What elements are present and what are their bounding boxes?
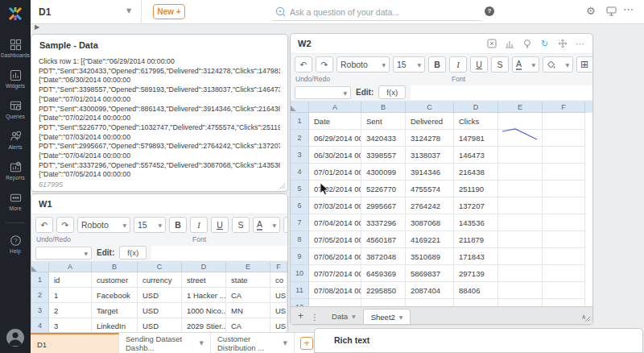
sidebar-item-reports[interactable]: Reports (0, 161, 31, 181)
cell-C5[interactable]: 4755574 (406, 181, 454, 197)
cell-A3[interactable]: 06/30/2014 00... (309, 147, 361, 164)
cell-B9[interactable]: 3872048 (361, 248, 406, 265)
cell-E5[interactable] (498, 181, 543, 197)
cell-B11[interactable]: 2295850 (361, 282, 406, 299)
cell-A5[interactable]: 07/02/2014 00... (309, 181, 361, 197)
resize-handle-icon[interactable] (280, 184, 286, 189)
row-header-10[interactable]: 10 (291, 265, 309, 282)
cell-A2[interactable]: 1 (49, 288, 92, 303)
row-header-3[interactable]: 3 (31, 303, 49, 318)
cell-D1[interactable]: street (182, 272, 226, 288)
cell-D1[interactable]: Clicks (454, 113, 498, 130)
cell-range-select[interactable]: ▼ (295, 86, 351, 99)
fx-button[interactable]: f(x) (119, 246, 147, 260)
cell-B8[interactable]: 4560187 (361, 231, 406, 248)
cell-C10[interactable]: 5869837 (406, 265, 454, 282)
search-input[interactable] (290, 5, 479, 19)
cell-C4[interactable]: 3914346 (406, 164, 454, 181)
text-color-button[interactable]: A▼ (253, 217, 280, 233)
row-header-4[interactable]: 4 (291, 164, 309, 181)
cell-A1[interactable]: Date (309, 113, 361, 130)
row-header-3[interactable]: 3 (291, 147, 309, 164)
sheet-tab-data[interactable]: Data▼ (324, 309, 363, 324)
cell-range-select[interactable]: ▼ (35, 247, 92, 260)
cell-E3[interactable]: MN (226, 303, 270, 318)
cell-A6[interactable]: 07/03/2014 00... (309, 197, 361, 214)
cell-F10[interactable] (543, 265, 585, 282)
cell-E1[interactable]: state (226, 272, 270, 288)
cell-D9[interactable]: 171843 (454, 248, 498, 265)
dashboard-tab-sending-dataset[interactable]: Sending Dataset Dashb...▼ (119, 333, 211, 353)
cell-E2[interactable]: CA (226, 288, 270, 303)
cell-F6[interactable] (543, 197, 585, 214)
cell-C8[interactable]: 4169221 (406, 231, 454, 248)
cell-A1[interactable]: id (49, 272, 92, 288)
cell-A8[interactable]: 07/05/2014 00... (309, 231, 361, 248)
sheet-list-icon[interactable]: ⋮ (309, 313, 324, 324)
cell-B6[interactable]: 2995667 (361, 197, 406, 214)
cell-F9[interactable] (543, 248, 585, 265)
cell-B3[interactable]: Target (92, 303, 138, 318)
widget-more-icon[interactable]: ⋯ (575, 39, 585, 49)
row-header-1[interactable]: 1 (31, 272, 49, 288)
cell-D2[interactable]: 147981 (454, 130, 498, 147)
cell-C11[interactable]: 2087404 (406, 282, 454, 299)
select-all-corner[interactable] (31, 262, 49, 272)
user-avatar[interactable] (6, 329, 24, 347)
dashboard-tab-d1[interactable]: D1 (31, 333, 119, 353)
font-size-select[interactable]: 15▼ (134, 217, 166, 233)
row-header-6[interactable]: 6 (291, 197, 309, 214)
dashboard-tab-customer-distribution[interactable]: Customer Distribution ...▼ (211, 333, 295, 353)
sidebar-item-dashboards[interactable]: Dashboards (0, 39, 31, 58)
cell-D7[interactable]: 143536 (454, 214, 498, 231)
cell-F1[interactable]: co (270, 272, 287, 288)
redo-button[interactable]: ↷ (316, 56, 333, 73)
cell-B1[interactable]: customer (92, 272, 138, 288)
column-header-A[interactable]: A (49, 262, 92, 272)
bold-button[interactable]: B (428, 56, 446, 73)
cell-E6[interactable] (498, 197, 543, 214)
column-header-C[interactable]: C (406, 102, 454, 113)
cell-D3[interactable]: 146473 (454, 147, 498, 164)
cell-D11[interactable]: 88406 (454, 282, 498, 299)
app-logo-icon[interactable] (6, 5, 24, 23)
cell-C3[interactable]: USD (138, 303, 182, 318)
present-icon[interactable] (606, 6, 617, 19)
cell-F4[interactable] (543, 164, 585, 181)
row-header-4[interactable]: 4 (31, 318, 49, 333)
italic-button[interactable]: I (449, 56, 467, 73)
font-family-select[interactable]: Roboto▼ (77, 217, 130, 233)
cell-C3[interactable]: 3138037 (406, 147, 454, 164)
cell-A4[interactable]: 3 (49, 318, 92, 333)
column-header-A[interactable]: A (309, 102, 361, 113)
cell-E11[interactable] (498, 282, 543, 299)
cell-A7[interactable]: 07/04/2014 00... (309, 214, 361, 231)
cell-C1[interactable]: currency (138, 272, 182, 288)
underline-button[interactable]: U (470, 56, 488, 73)
sidebar-item-queries[interactable]: Queries (0, 100, 31, 119)
cell-F2[interactable] (543, 130, 585, 147)
cell-B5[interactable]: 5226770 (361, 181, 406, 197)
export-excel-icon[interactable] (486, 39, 497, 49)
cell-C9[interactable]: 3510689 (406, 248, 454, 265)
row-header-9[interactable]: 9 (291, 248, 309, 265)
resize-handle-icon[interactable] (585, 317, 591, 322)
cell-F3[interactable] (543, 147, 585, 164)
cell-E8[interactable] (498, 231, 543, 248)
cell-A2[interactable]: 06/29/2014 00... (309, 130, 361, 147)
cell-B2[interactable]: 3420433 (361, 130, 406, 147)
collapse-arrow-icon[interactable]: ▶ (35, 23, 39, 31)
cell-C1[interactable]: Delivered (406, 113, 454, 130)
cell-D4[interactable]: 216438 (454, 164, 498, 181)
fx-button[interactable]: f(x) (378, 85, 406, 99)
underline-button[interactable]: U (211, 217, 229, 233)
row-header-2[interactable]: 2 (31, 288, 49, 303)
text-color-button[interactable]: A▼ (512, 56, 539, 73)
strikethrough-button[interactable]: S (491, 56, 509, 73)
column-header-D[interactable]: D (454, 102, 498, 113)
cell-B4[interactable]: 4300099 (361, 164, 406, 181)
chart-icon[interactable] (504, 39, 514, 49)
more-options-icon[interactable]: ⋯ (623, 3, 634, 15)
formula-input[interactable] (151, 246, 287, 260)
font-size-select[interactable]: 15▼ (393, 56, 425, 73)
